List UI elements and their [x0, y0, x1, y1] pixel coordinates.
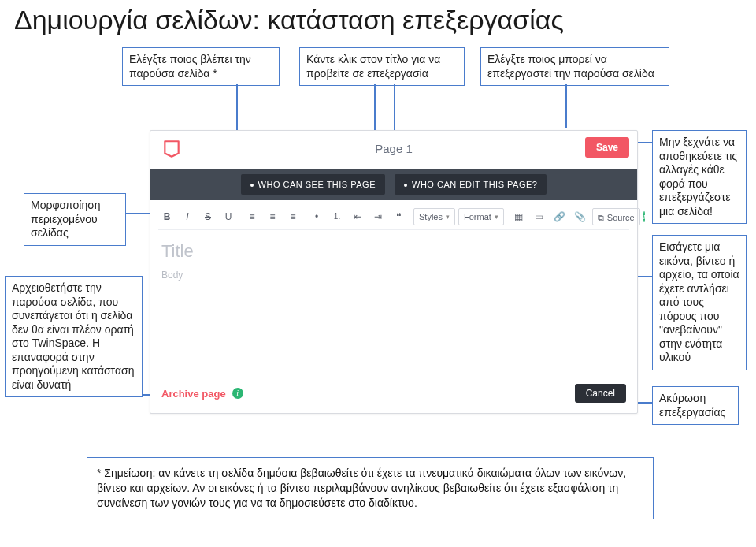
table-button[interactable]: ▦	[510, 208, 528, 225]
who-can-see-button[interactable]: WHO CAN SEE THIS PAGE	[241, 174, 385, 195]
callout-format: Μορφοποίηση περιεχομένου σελίδας	[24, 193, 126, 246]
footnote-text: * Σημείωση: αν κάνετε τη σελίδα δημόσια …	[97, 467, 626, 509]
quote-button[interactable]: ❝	[390, 208, 407, 225]
source-label: Source	[607, 213, 635, 222]
page-title-label[interactable]: Page 1	[375, 142, 413, 155]
info-icon[interactable]: i	[643, 211, 646, 222]
link-button[interactable]: 🔗	[551, 208, 569, 225]
twinspace-logo-icon	[161, 139, 182, 159]
indent-button[interactable]: ⇥	[369, 208, 387, 225]
connector-line	[565, 84, 567, 128]
editor-panel: Page 1 Save WHO CAN SEE THIS PAGE WHO CA…	[150, 130, 638, 414]
visibility-bar: WHO CAN SEE THIS PAGE WHO CAN EDIT THIS …	[150, 169, 637, 200]
editor-footer: Archive page i Cancel	[161, 383, 626, 404]
bold-button[interactable]: B	[158, 208, 176, 225]
format-select[interactable]: Format	[458, 208, 504, 225]
callout-cancel: Ακύρωση επεξεργασίας	[652, 386, 739, 425]
who-can-edit-button[interactable]: WHO CAN EDIT THIS PAGE?	[395, 174, 547, 195]
italic-button[interactable]: I	[179, 208, 196, 225]
align-center-button[interactable]: ≡	[264, 208, 281, 225]
number-list-button[interactable]: 1.	[328, 208, 346, 225]
cancel-button[interactable]: Cancel	[575, 384, 626, 403]
callout-archive: Αρχειοθετήστε την παρούσα σελίδα, που συ…	[5, 276, 143, 397]
styles-label: Styles	[419, 208, 443, 225]
editor-header: Page 1 Save	[150, 131, 637, 169]
source-button[interactable]: ⧉Source	[592, 208, 640, 225]
image-button[interactable]: ▭	[531, 208, 548, 225]
connector-line	[374, 84, 376, 136]
callout-who-see: Ελέγξτε ποιος βλέπει την παρούσα σελίδα …	[122, 47, 280, 86]
styles-select[interactable]: Styles	[413, 208, 455, 225]
callout-who-edit: Ελέγξτε ποιος μπορεί να επεξεργαστεί την…	[480, 47, 669, 86]
bullet-list-button[interactable]: •	[308, 208, 325, 225]
archive-link[interactable]: Archive page	[161, 388, 226, 400]
footnote-box: * Σημείωση: αν κάνετε τη σελίδα δημόσια …	[87, 457, 654, 519]
align-left-button[interactable]: ≡	[243, 208, 261, 225]
slide-title: Δημιουργία σελίδων: κατάσταση επεξεργασί…	[14, 5, 564, 35]
info-icon[interactable]: i	[232, 388, 243, 399]
attach-button[interactable]: 📎	[572, 208, 589, 225]
callout-save: Μην ξεχνάτε να αποθηκεύετε τις αλλαγές κ…	[652, 130, 747, 224]
format-label: Format	[464, 208, 491, 225]
align-right-button[interactable]: ≡	[284, 208, 302, 225]
callout-media: Εισάγετε μια εικόνα, βίντεο ή αρχείο, τα…	[652, 235, 747, 370]
body-placeholder[interactable]: Body	[161, 270, 183, 281]
outdent-button[interactable]: ⇤	[349, 208, 366, 225]
callout-click-title: Κάντε κλικ στον τίτλο για να προβείτε σε…	[299, 47, 465, 86]
underline-button[interactable]: U	[220, 208, 237, 225]
who-can-edit-label: WHO CAN EDIT THIS PAGE?	[412, 180, 537, 189]
title-placeholder[interactable]: Title	[161, 241, 194, 262]
who-can-see-label: WHO CAN SEE THIS PAGE	[258, 180, 376, 189]
format-toolbar: B I S U ≡ ≡ ≡ • 1. ⇤ ⇥ ❝ Styles Format ▦…	[158, 207, 629, 230]
save-button[interactable]: Save	[585, 137, 629, 158]
strike-button[interactable]: S	[199, 208, 217, 225]
